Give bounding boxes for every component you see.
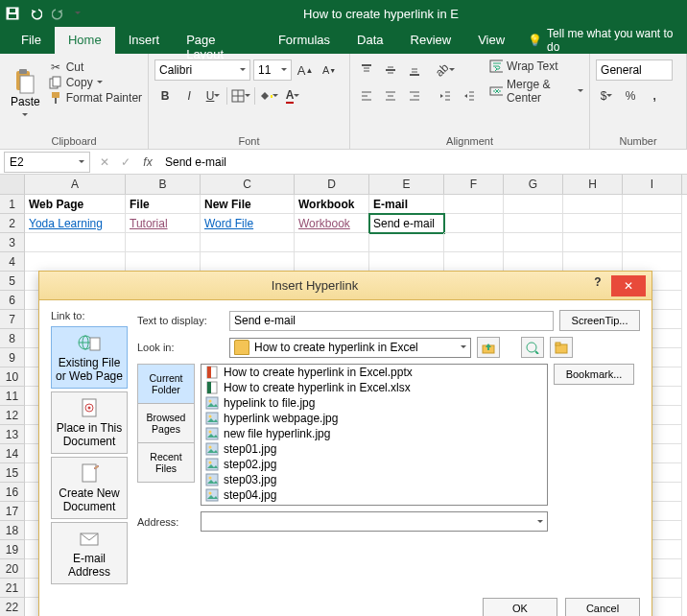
- bold-button[interactable]: B: [154, 85, 176, 107]
- cell[interactable]: [25, 233, 126, 252]
- orientation-button[interactable]: ab: [435, 59, 456, 81]
- cell[interactable]: Workbook: [295, 195, 369, 214]
- row-header[interactable]: 22: [0, 598, 25, 616]
- browse-web-button[interactable]: [521, 337, 544, 358]
- comma-button[interactable]: ,: [644, 85, 665, 107]
- cell[interactable]: [504, 252, 563, 272]
- cell[interactable]: Word File: [201, 214, 295, 233]
- cell[interactable]: [295, 233, 369, 252]
- align-middle-button[interactable]: [380, 59, 401, 81]
- col-header[interactable]: A: [25, 175, 126, 194]
- row-header[interactable]: 9: [0, 348, 25, 367]
- bookmark-button[interactable]: Bookmark...: [554, 364, 634, 385]
- cell[interactable]: [444, 252, 504, 272]
- col-header[interactable]: E: [369, 175, 444, 194]
- col-header[interactable]: F: [444, 175, 504, 194]
- cell[interactable]: [444, 195, 504, 214]
- file-item[interactable]: hypelink to file.jpg: [201, 395, 547, 411]
- cell[interactable]: Tutorial: [126, 214, 201, 233]
- file-item[interactable]: hyperlink webpage.jpg: [201, 411, 547, 426]
- tab-file[interactable]: File: [8, 27, 55, 54]
- fx-button[interactable]: fx: [136, 155, 159, 169]
- align-bottom-button[interactable]: [404, 59, 425, 81]
- enter-formula-button[interactable]: ✓: [115, 152, 136, 173]
- borders-button[interactable]: [230, 85, 251, 107]
- file-item[interactable]: How to create hyperlink in Excel.pptx: [201, 365, 547, 380]
- cell[interactable]: [563, 233, 623, 252]
- tab-formulas[interactable]: Formulas: [265, 27, 344, 54]
- browsed-pages-button[interactable]: Browsed Pages: [138, 404, 194, 443]
- fill-color-button[interactable]: [258, 85, 279, 107]
- col-header[interactable]: B: [126, 175, 201, 194]
- browse-file-button[interactable]: [550, 337, 573, 358]
- tab-review[interactable]: Review: [397, 27, 465, 54]
- tab-home[interactable]: Home: [55, 27, 115, 54]
- cell[interactable]: [623, 195, 682, 214]
- cell[interactable]: [25, 252, 126, 272]
- select-all-corner[interactable]: [0, 175, 25, 194]
- file-item[interactable]: step02.jpg: [201, 457, 547, 472]
- row-header[interactable]: 2: [0, 214, 25, 233]
- close-button[interactable]: ✕: [611, 275, 646, 296]
- cell[interactable]: [201, 233, 295, 252]
- row-header[interactable]: 10: [0, 367, 25, 387]
- row-header[interactable]: 5: [0, 272, 25, 291]
- shrink-font-button[interactable]: A▼: [319, 59, 340, 81]
- merge-center-button[interactable]: Merge & Center: [489, 78, 583, 105]
- cell[interactable]: Yoda Learning: [25, 214, 126, 233]
- decrease-indent-button[interactable]: [435, 85, 456, 107]
- col-header[interactable]: C: [201, 175, 295, 194]
- row-header[interactable]: 12: [0, 406, 25, 425]
- row-header[interactable]: 4: [0, 252, 25, 272]
- col-header[interactable]: I: [623, 175, 682, 194]
- file-list[interactable]: How to create hyperlink in Excel.pptxHow…: [201, 364, 548, 506]
- cell[interactable]: [126, 252, 201, 272]
- row-header[interactable]: 19: [0, 540, 25, 559]
- cancel-button[interactable]: Cancel: [565, 598, 640, 616]
- link-to-new-doc[interactable]: Create New Document: [51, 457, 128, 519]
- file-item[interactable]: How to create hyperlink in Excel.xlsx: [201, 380, 547, 395]
- row-header[interactable]: 14: [0, 444, 25, 463]
- link-to-email[interactable]: E-mail Address: [51, 522, 128, 584]
- file-item[interactable]: step03.jpg: [201, 472, 547, 487]
- col-header[interactable]: G: [504, 175, 563, 194]
- col-header[interactable]: H: [563, 175, 623, 194]
- tab-insert[interactable]: Insert: [115, 27, 174, 54]
- font-size-combo[interactable]: 11: [253, 59, 292, 81]
- save-icon[interactable]: [6, 7, 19, 20]
- paste-button[interactable]: Paste: [6, 57, 45, 133]
- align-left-button[interactable]: [356, 85, 377, 107]
- row-header[interactable]: 1: [0, 195, 25, 214]
- cell[interactable]: [563, 195, 623, 214]
- wrap-text-button[interactable]: Wrap Text: [489, 59, 583, 73]
- align-top-button[interactable]: [356, 59, 377, 81]
- tab-data[interactable]: Data: [344, 27, 396, 54]
- cell[interactable]: [444, 214, 504, 233]
- cell[interactable]: [563, 252, 623, 272]
- cell[interactable]: New File: [201, 195, 295, 214]
- font-name-combo[interactable]: Calibri: [154, 59, 250, 81]
- cell[interactable]: [623, 214, 682, 233]
- cell[interactable]: Web Page: [25, 195, 126, 214]
- increase-indent-button[interactable]: [459, 85, 480, 107]
- cell[interactable]: [623, 233, 682, 252]
- file-item[interactable]: step01.jpg: [201, 441, 547, 457]
- cell[interactable]: [444, 233, 504, 252]
- undo-icon[interactable]: [29, 7, 42, 20]
- link-to-place[interactable]: Place in This Document: [51, 391, 128, 454]
- cell[interactable]: [504, 195, 563, 214]
- col-header[interactable]: D: [295, 175, 369, 194]
- cell[interactable]: E-mail: [369, 195, 444, 214]
- address-dropdown[interactable]: [201, 511, 548, 532]
- accounting-button[interactable]: $: [596, 85, 617, 107]
- text-to-display-input[interactable]: [229, 311, 554, 331]
- row-header[interactable]: 6: [0, 291, 25, 310]
- row-header[interactable]: 18: [0, 521, 25, 540]
- row-header[interactable]: 13: [0, 425, 25, 444]
- cell[interactable]: [126, 233, 201, 252]
- cell[interactable]: [201, 252, 295, 272]
- formula-input[interactable]: [159, 154, 687, 171]
- redo-icon[interactable]: [52, 7, 65, 20]
- link-to-existing-file[interactable]: Existing File or Web Page: [51, 326, 128, 389]
- row-header[interactable]: 20: [0, 559, 25, 579]
